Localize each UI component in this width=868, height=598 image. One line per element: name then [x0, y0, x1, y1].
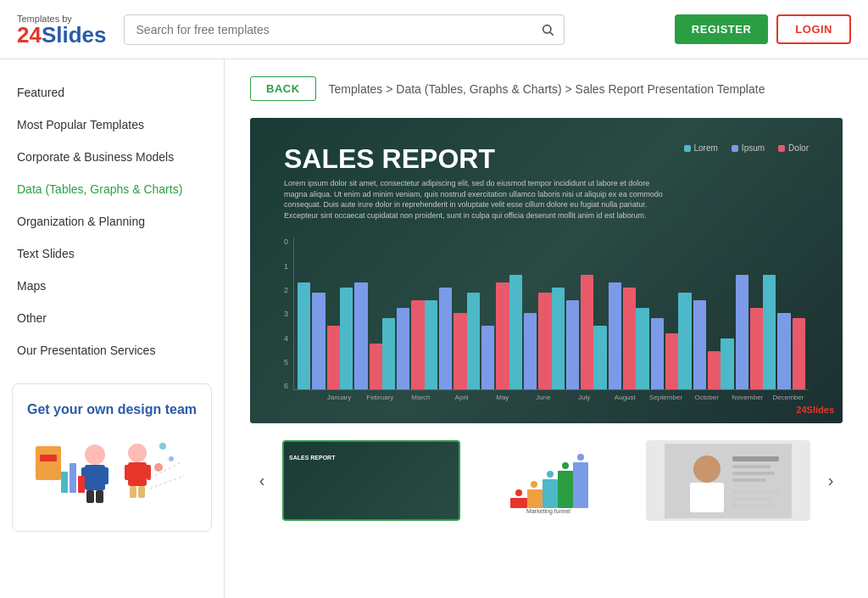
bar	[793, 318, 805, 389]
y-label: 4	[284, 334, 288, 343]
y-label: 3	[284, 310, 288, 318]
sidebar-item-other[interactable]: Other	[0, 302, 224, 334]
y-label: 5	[284, 358, 288, 366]
bar	[397, 308, 409, 389]
sidebar-promo: Get your own design team	[12, 383, 212, 532]
bar	[678, 293, 691, 389]
bar	[721, 338, 733, 389]
bar	[623, 288, 636, 389]
x-label: November	[727, 394, 768, 401]
search-button[interactable]	[531, 14, 565, 45]
x-label: August	[604, 394, 645, 401]
prev-thumbnail-button[interactable]: ‹	[250, 469, 274, 493]
watermark-text: 24Slides	[796, 405, 834, 415]
svg-rect-28	[573, 462, 588, 508]
chart-slide: SALES REPORT Lorem ipsum dolor sit amet,…	[250, 118, 843, 423]
bar-group	[467, 282, 509, 389]
sidebar-item-most-popular[interactable]: Most Popular Templates	[0, 109, 224, 141]
search-input[interactable]	[124, 14, 565, 45]
svg-rect-43	[732, 497, 773, 500]
thumbnail-item[interactable]	[646, 440, 810, 521]
x-label: March	[400, 394, 441, 401]
chart-y-labels: 6543210	[284, 238, 288, 390]
sidebar: FeaturedMost Popular TemplatesCorporate …	[0, 59, 225, 598]
bar	[736, 275, 748, 389]
bar	[496, 282, 509, 389]
bar	[708, 351, 721, 389]
y-label: 1	[284, 262, 288, 271]
svg-line-23	[150, 476, 184, 489]
legend-item: Ipsum	[732, 143, 765, 153]
x-label: October	[687, 394, 727, 401]
svg-rect-37	[690, 483, 724, 512]
login-button[interactable]: LOGIN	[776, 14, 851, 44]
thumbnail-item[interactable]: Marketing funnel	[470, 440, 635, 521]
header: Templates by 24 Slides REGISTER LOGIN	[0, 0, 868, 59]
svg-point-32	[562, 462, 569, 469]
sidebar-item-data[interactable]: Data (Tables, Graphs & Charts)	[0, 173, 224, 205]
breadcrumb: Templates > Data (Tables, Graphs & Chart…	[329, 82, 765, 96]
x-label: January	[319, 394, 359, 401]
bar	[340, 288, 353, 389]
svg-rect-8	[86, 490, 94, 503]
back-button[interactable]: BACK	[250, 76, 316, 101]
thumbnail-item[interactable]: SALES REPORT	[282, 440, 460, 521]
x-label: September	[645, 394, 686, 401]
chart-subtitle: Lorem ipsum dolor sit amet, consectetur …	[284, 178, 674, 221]
bar	[636, 308, 648, 389]
legend-dot	[778, 145, 785, 152]
svg-rect-40	[732, 472, 775, 475]
register-button[interactable]: REGISTER	[675, 14, 768, 44]
funnel-svg: Marketing funnel	[502, 447, 604, 515]
photo-svg	[665, 444, 792, 518]
svg-point-0	[542, 25, 550, 32]
bar-group	[340, 282, 382, 389]
y-label: 0	[284, 238, 288, 246]
svg-point-17	[169, 456, 174, 461]
sidebar-item-services[interactable]: Our Presentation Services	[0, 334, 224, 366]
chart-title: SALES REPORT	[284, 143, 674, 175]
bar	[509, 275, 522, 389]
legend-label: Dolor	[788, 143, 809, 153]
bar	[481, 326, 494, 389]
svg-line-1	[550, 32, 554, 36]
x-label: May	[482, 394, 523, 401]
svg-rect-21	[78, 476, 85, 493]
legend-item: Dolor	[778, 143, 809, 153]
svg-rect-2	[36, 446, 61, 480]
bar	[651, 318, 664, 389]
sidebar-item-maps[interactable]: Maps	[0, 270, 224, 302]
sidebar-item-corporate[interactable]: Corporate & Business Models	[0, 141, 224, 173]
breadcrumb-row: BACK Templates > Data (Tables, Graphs & …	[250, 76, 843, 101]
header-actions: REGISTER LOGIN	[675, 14, 851, 44]
bar	[566, 300, 579, 389]
x-label: June	[523, 394, 564, 401]
sidebar-item-text-slides[interactable]: Text Slides	[0, 238, 224, 270]
promo-svg	[27, 429, 197, 514]
bar	[581, 275, 593, 389]
y-label: 6	[284, 382, 288, 390]
sidebar-item-featured[interactable]: Featured	[0, 76, 224, 109]
logo-24: 24	[17, 24, 42, 46]
next-thumbnail-button[interactable]: ›	[819, 469, 843, 493]
bar	[552, 288, 565, 389]
y-label: 2	[284, 286, 288, 294]
bar-group	[593, 282, 636, 389]
bar	[593, 326, 606, 389]
x-label: April	[442, 394, 482, 401]
bar	[327, 326, 340, 389]
svg-rect-3	[40, 455, 57, 461]
chart-x-labels: JanuaryFebruaryMarchAprilMayJuneJulyAugu…	[293, 394, 809, 401]
svg-rect-15	[138, 486, 145, 498]
svg-rect-9	[96, 490, 103, 503]
bar	[439, 288, 452, 389]
legend-dot	[732, 145, 738, 152]
bar	[411, 300, 424, 389]
bar	[354, 282, 367, 389]
sidebar-item-organization[interactable]: Organization & Planning	[0, 205, 224, 238]
layout: FeaturedMost Popular TemplatesCorporate …	[0, 59, 868, 598]
svg-point-18	[154, 463, 163, 472]
legend-label: Lorem	[694, 143, 718, 153]
legend-label: Ipsum	[742, 143, 765, 153]
svg-rect-25	[527, 489, 542, 508]
